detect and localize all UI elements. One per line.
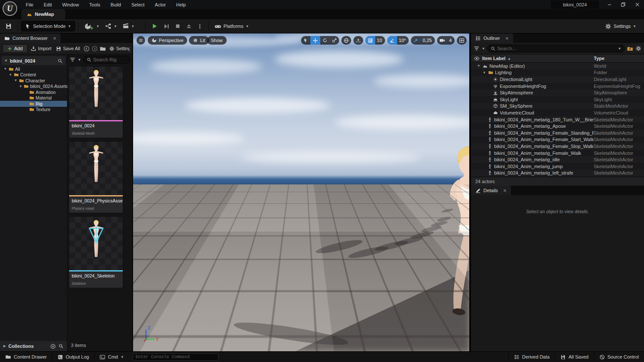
search-icon[interactable] [58, 344, 64, 349]
outliner-row[interactable]: bikini_0024_Anim_metarig_Female_Stop_Wal… [471, 143, 644, 150]
tree-item-assets[interactable]: ▼bikini_0024-Assets [0, 84, 67, 90]
eject-button[interactable] [183, 21, 194, 31]
asset-tile-physicsasset[interactable]: bikini_0024_PhysicsAsset Physics Asset [69, 141, 123, 213]
tree-item-texture[interactable]: Texture [0, 107, 67, 113]
tree-item-character[interactable]: ▼Character [0, 78, 67, 84]
create-folder-icon[interactable] [627, 45, 633, 52]
outliner-row[interactable]: bikini_0024_Anim_metarig_AposeSkeletalMe… [471, 123, 644, 130]
outliner-row[interactable]: bikini_0024_Anim_metarig_jumpSkeletalMes… [471, 163, 644, 170]
asset-search-input[interactable] [93, 57, 127, 62]
move-tool-button[interactable] [310, 36, 320, 45]
outliner-row[interactable]: bikini_0024_Anim_metarig_Female_Standing… [471, 130, 644, 136]
menu-help[interactable]: Help [171, 1, 191, 9]
selection-mode-dropdown[interactable]: Selection Mode▼ [21, 21, 75, 31]
outliner-settings-icon[interactable] [635, 45, 641, 51]
close-button[interactable] [631, 0, 644, 9]
path-picker-dropdown[interactable]: ▼bikini_0024 [2, 56, 65, 65]
menu-select[interactable]: Select [126, 1, 150, 9]
view-mode-dropdown[interactable]: Lit [189, 36, 209, 45]
tree-item-animation[interactable]: Animation [0, 89, 67, 95]
skip-frame-button[interactable] [161, 21, 172, 31]
close-icon[interactable]: ✕ [505, 36, 509, 41]
grid-snap-value[interactable]: 10 [375, 38, 385, 43]
tree-item-material[interactable]: Material [0, 95, 67, 101]
outliner-row[interactable]: bikini_0024_Anim_metarig_180_Turn_W__Bri… [471, 116, 644, 123]
play-options-button[interactable] [194, 22, 205, 31]
viewport-options-menu[interactable] [137, 36, 145, 45]
menu-build[interactable]: Build [106, 1, 126, 9]
platforms-dropdown[interactable]: Platforms▼ [212, 21, 252, 32]
asset-tile-skeleton[interactable]: bikini_0024_Skeleton Skeleton [69, 216, 123, 288]
viewport[interactable]: Perspective Lit Show 10 10° 0,25 [133, 33, 469, 351]
filter-icon[interactable] [474, 45, 480, 51]
outliner-row[interactable]: ExponentialHeightFogExponentialHeightFog [471, 83, 644, 90]
scale-tool-button[interactable] [330, 36, 339, 45]
add-button[interactable]: Add [3, 44, 27, 53]
import-button[interactable]: Import [29, 45, 53, 52]
output-log-button[interactable]: Output Log [52, 352, 94, 362]
outliner-search-input[interactable] [497, 46, 616, 51]
restore-button[interactable] [617, 0, 629, 9]
tree-item-content[interactable]: ▼Content [0, 72, 67, 78]
outliner-row[interactable]: DirectionalLightDirectionalLight [471, 76, 644, 83]
tab-details[interactable]: Details ✕ [471, 186, 511, 195]
content-drawer-button[interactable]: Content Drawer [0, 352, 52, 362]
camera-speed-button[interactable] [437, 36, 447, 45]
close-icon[interactable]: ✕ [503, 188, 507, 193]
cmd-dropdown[interactable]: Cmd▼ [94, 352, 129, 362]
scale-snap-toggle[interactable] [411, 36, 421, 45]
choose-path-icon[interactable] [100, 45, 106, 52]
console-command-input[interactable] [136, 355, 216, 359]
forward-icon[interactable] [91, 45, 98, 52]
menu-edit[interactable]: Edit [39, 1, 57, 9]
asset-search-box[interactable] [83, 56, 130, 63]
derived-data-button[interactable]: Derived Data [508, 352, 555, 362]
scale-snap-value[interactable]: 0,25 [421, 38, 434, 43]
outliner-row[interactable]: SkyLightSkyLight [471, 96, 644, 103]
surface-snapping-button[interactable] [353, 36, 363, 45]
outliner-row[interactable]: SkyAtmosphereSkyAtmosphere [471, 89, 644, 96]
outliner-row[interactable]: ▼NewMap (Editor)World [471, 63, 644, 69]
filter-icon[interactable] [70, 57, 76, 63]
select-tool-button[interactable] [301, 36, 310, 45]
menu-file[interactable]: File [21, 1, 39, 9]
tab-newmap[interactable]: NewMap [21, 9, 65, 19]
cinematics-dropdown[interactable]: ▼ [120, 21, 137, 31]
outliner-row[interactable]: SM_SkySphereStaticMeshActor [471, 103, 644, 110]
back-icon[interactable] [83, 45, 90, 52]
tab-outliner[interactable]: Outliner ✕ [471, 33, 513, 43]
rotate-tool-button[interactable] [320, 36, 330, 45]
settings-dropdown[interactable]: Settings▼ [602, 21, 639, 31]
stop-button[interactable] [172, 21, 183, 31]
maximize-viewport-button[interactable] [457, 36, 467, 45]
outliner-column-header[interactable]: Item Label▲ Type [471, 54, 644, 63]
console-command-box[interactable] [133, 353, 219, 361]
grid-snap-toggle[interactable] [365, 36, 375, 45]
outliner-search-box[interactable]: ▼ [487, 45, 625, 52]
outliner-row[interactable]: VolumetricCloudVolumetricCloud [471, 109, 644, 116]
source-control-button[interactable]: Source Control [594, 352, 644, 362]
add-collection-icon[interactable] [50, 344, 56, 349]
tree-item-all[interactable]: ▼All [0, 66, 67, 72]
rotation-snap-toggle[interactable] [387, 36, 397, 45]
unreal-logo-icon[interactable]: U [3, 1, 17, 16]
search-options-icon[interactable]: ▼ [618, 47, 621, 51]
menu-actor[interactable]: Actor [150, 1, 171, 9]
asset-tile-skeletalmesh[interactable]: bikini_0024 Skeletal Mesh [69, 66, 123, 138]
outliner-row[interactable]: bikini_0024_Anim_metarig_left_strafeSkel… [471, 170, 644, 177]
rotation-snap-value[interactable]: 10° [397, 38, 409, 43]
blueprints-dropdown[interactable]: ▼ [102, 21, 120, 31]
show-dropdown[interactable]: Show [207, 36, 227, 45]
outliner-row[interactable]: bikini_0024_Anim_metarig_Female_WalkSkel… [471, 150, 644, 157]
menu-window[interactable]: Window [57, 1, 84, 9]
save-current-level-button[interactable] [3, 21, 15, 31]
all-saved-button[interactable]: All Saved [555, 352, 593, 362]
outliner-row[interactable]: bikini_0024_Anim_metarig_Female_Start_Wa… [471, 136, 644, 143]
camera-speed-value[interactable]: 4 [447, 38, 455, 43]
world-local-toggle[interactable] [341, 36, 351, 45]
save-all-button[interactable]: Save All [55, 45, 82, 52]
play-button[interactable] [149, 21, 161, 31]
tab-content-browser[interactable]: Content Browser ✕ [0, 33, 61, 43]
content-browser-settings-button[interactable]: Settings [108, 45, 130, 52]
close-icon[interactable]: ✕ [53, 36, 56, 41]
